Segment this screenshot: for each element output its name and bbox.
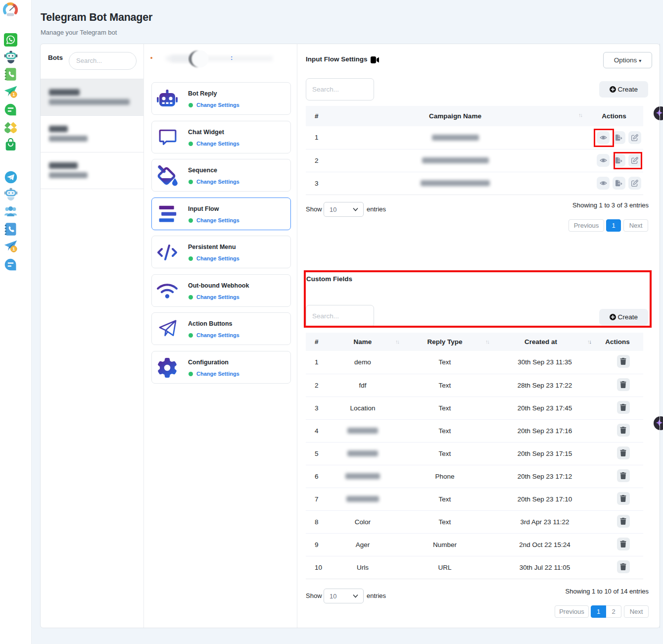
svg-text:1: 1	[12, 92, 15, 97]
svg-text:1: 1	[12, 247, 15, 251]
